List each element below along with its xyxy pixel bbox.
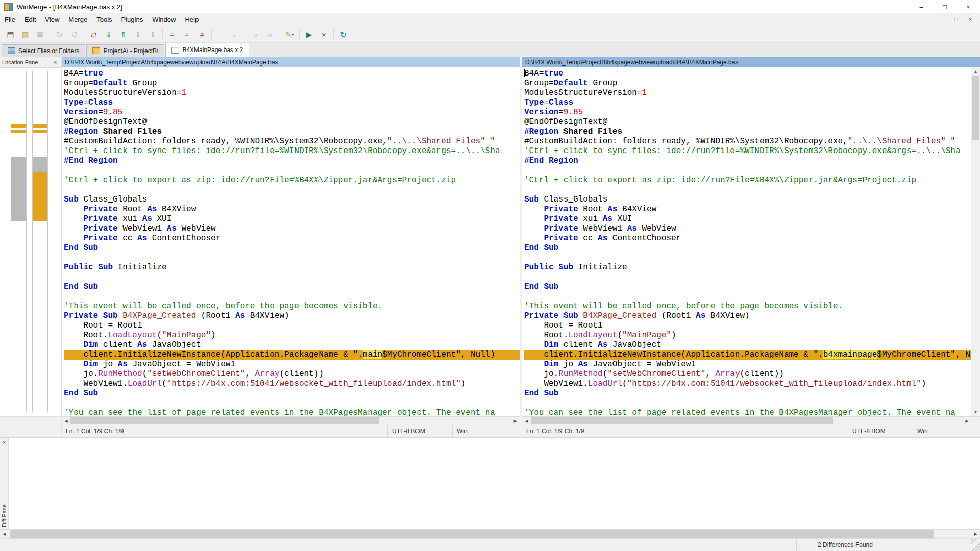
code-line[interactable]: 'This event will be called once, before … xyxy=(524,302,971,311)
left-hscroll-track[interactable] xyxy=(70,417,511,425)
code-line[interactable]: #End Region xyxy=(524,156,971,166)
code-line[interactable]: jo.RunMethod("setWebChromeClient", Array… xyxy=(64,369,520,379)
code-line[interactable]: Public Sub Initialize xyxy=(524,263,971,272)
code-line[interactable] xyxy=(64,272,520,282)
code-line[interactable]: End Sub xyxy=(64,389,520,398)
code-line[interactable]: 'You can see the list of page related ev… xyxy=(524,408,971,416)
view-options-button[interactable]: ▤ xyxy=(4,28,17,41)
code-line[interactable]: WebView1.LoadUrl("https://b4x.com:51041/… xyxy=(64,379,520,389)
code-line[interactable]: Private Root As B4XView xyxy=(524,205,971,214)
scroll-left-icon[interactable] xyxy=(0,530,9,538)
code-line[interactable]: Type=Class xyxy=(64,98,520,108)
code-line[interactable]: Private Sub B4XPage_Created (Root1 As B4… xyxy=(64,311,520,321)
merge-mode-button[interactable]: ▶ xyxy=(302,28,316,41)
scroll-right-icon[interactable] xyxy=(963,417,971,425)
tab-file-compare[interactable]: B4XMainPage.bas x 2 xyxy=(165,43,249,57)
code-line[interactable]: Dim jo As JavaObject = WebView1 xyxy=(64,360,520,369)
scroll-left-icon[interactable] xyxy=(522,417,531,425)
menu-help[interactable]: Help xyxy=(180,13,203,26)
code-line[interactable]: Version=9.85 xyxy=(524,108,971,117)
scroll-left-icon[interactable] xyxy=(62,417,70,425)
scroll-right-icon[interactable] xyxy=(971,530,980,538)
code-line[interactable]: B4A=true xyxy=(524,69,971,79)
code-line[interactable] xyxy=(524,272,971,282)
code-line[interactable]: 'This event will be called once, before … xyxy=(64,302,520,311)
code-line[interactable]: 'Ctrl + click to export as zip: ide://ru… xyxy=(64,176,520,185)
code-line[interactable]: Root = Root1 xyxy=(64,321,520,331)
menu-edit[interactable]: Edit xyxy=(20,13,40,26)
menu-view[interactable]: View xyxy=(40,13,64,26)
open-button[interactable]: ▨ xyxy=(18,28,32,41)
code-line[interactable]: End Sub xyxy=(524,389,971,398)
next-difference-button[interactable]: ⇓ xyxy=(102,28,115,41)
code-line[interactable]: Type=Class xyxy=(524,98,971,108)
location-pane-close-icon[interactable]: × xyxy=(52,59,59,65)
code-line[interactable]: jo.RunMethod("setWebChromeClient", Array… xyxy=(524,369,971,379)
code-line[interactable]: Dim jo As JavaObject = WebView1 xyxy=(524,360,971,369)
code-line[interactable]: Private cc As ContentChooser xyxy=(64,234,520,243)
code-line[interactable]: Root.LoadLayout("MainPage") xyxy=(524,331,971,340)
code-line[interactable]: Root.LoadLayout("MainPage") xyxy=(64,331,520,340)
code-line[interactable]: End Sub xyxy=(64,243,520,253)
menu-file[interactable]: File xyxy=(0,13,20,26)
code-line[interactable]: ModulesStructureVersion=1 xyxy=(64,88,520,98)
close-button[interactable]: × xyxy=(957,0,980,13)
code-line[interactable]: #CustomBuildAction: folders ready, %WIND… xyxy=(524,137,971,146)
auto-merge-button[interactable]: ✎▾ xyxy=(283,28,297,41)
tab-select-files[interactable]: Select Files or Folders xyxy=(2,44,85,57)
code-line[interactable]: End Sub xyxy=(64,282,520,292)
code-line[interactable] xyxy=(64,253,520,263)
mdi-minimize-button[interactable]: – xyxy=(935,15,948,24)
code-line[interactable] xyxy=(524,185,971,195)
previous-difference-button[interactable]: ⇑ xyxy=(116,28,130,41)
code-line[interactable]: Dim client As JavaObject xyxy=(524,340,971,350)
menu-plugins[interactable]: Plugins xyxy=(117,13,148,26)
vscrollbar[interactable] xyxy=(971,67,980,416)
location-map-left-strip[interactable] xyxy=(11,71,27,412)
close-merge-button[interactable]: × xyxy=(317,28,331,41)
code-line[interactable]: Private Sub B4XPage_Created (Root1 As B4… xyxy=(524,311,971,321)
tab-folder-compare[interactable]: ProjectA\ - ProjectB\ xyxy=(86,44,164,57)
code-line[interactable]: Private WebView1 As WebView xyxy=(524,224,971,234)
restore-button[interactable]: □ xyxy=(933,0,957,13)
right-hscroll-thumb[interactable] xyxy=(531,417,833,424)
diff-pane-close-icon[interactable]: × xyxy=(3,439,6,447)
diff-pane-hscroll-thumb[interactable] xyxy=(10,530,934,538)
code-line[interactable] xyxy=(524,253,971,263)
code-line[interactable]: Version=9.85 xyxy=(64,108,520,117)
code-line[interactable]: @EndOfDesignText@ xyxy=(64,117,520,127)
code-line[interactable]: Root = Root1 xyxy=(524,321,971,331)
code-line[interactable]: #Region Shared Files xyxy=(64,127,520,137)
code-line[interactable]: Private WebView1 As WebView xyxy=(64,224,520,234)
swap-panes-button[interactable]: ⇄ xyxy=(87,28,101,41)
menu-merge[interactable]: Merge xyxy=(64,13,92,26)
code-line[interactable]: client.InitializeNewInstance(Application… xyxy=(64,350,520,360)
mdi-restore-button[interactable]: □ xyxy=(949,15,963,24)
resize-grip[interactable] xyxy=(971,539,980,551)
code-line[interactable]: Group=Default Group xyxy=(524,79,971,88)
clear-differences-button[interactable]: ≠ xyxy=(195,28,209,41)
code-line[interactable]: Private xui As XUI xyxy=(524,214,971,224)
code-line[interactable]: ModulesStructureVersion=1 xyxy=(524,88,971,98)
code-line[interactable]: Dim client As JavaObject xyxy=(64,340,520,350)
code-line[interactable] xyxy=(64,292,520,302)
diff-pane-hscroll-track[interactable] xyxy=(9,530,971,538)
scroll-right-icon[interactable] xyxy=(511,417,520,425)
plugins-button[interactable]: ↻ xyxy=(336,28,350,41)
code-line[interactable]: Sub Class_Globals xyxy=(524,195,971,205)
code-line[interactable] xyxy=(64,398,520,408)
code-line[interactable] xyxy=(524,292,971,302)
code-line[interactable]: Private cc As ContentChooser xyxy=(524,234,971,243)
code-line[interactable] xyxy=(64,185,520,195)
right-hscrollbar[interactable] xyxy=(522,416,971,425)
code-line[interactable]: B4A=true xyxy=(64,69,520,79)
mdi-close-button[interactable]: × xyxy=(964,15,977,24)
code-line[interactable]: 'You can see the list of page related ev… xyxy=(64,408,520,416)
code-line[interactable]: Public Sub Initialize xyxy=(64,263,520,272)
code-line[interactable] xyxy=(524,398,971,408)
code-line[interactable]: #End Region xyxy=(64,156,520,166)
code-line[interactable]: Group=Default Group xyxy=(64,79,520,88)
vscroll-track[interactable] xyxy=(971,76,980,408)
right-hscroll-track[interactable] xyxy=(531,417,963,425)
minimize-button[interactable]: – xyxy=(910,0,933,13)
